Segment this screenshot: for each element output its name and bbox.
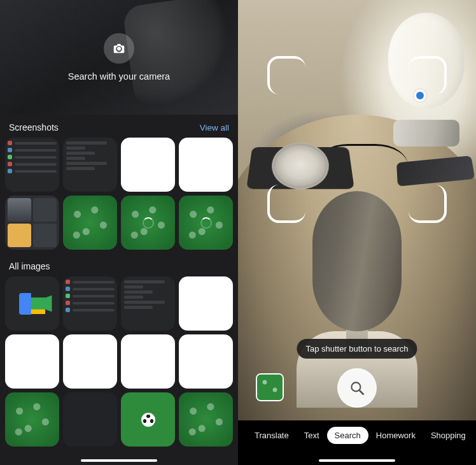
google-meet-icon	[19, 293, 46, 315]
loading-spinner-icon	[143, 217, 154, 229]
screenshot-thumb[interactable]	[5, 138, 59, 192]
image-thumb[interactable]	[121, 392, 175, 447]
screenshot-thumb[interactable]	[121, 196, 175, 250]
detection-dot-icon[interactable]	[414, 89, 426, 102]
mode-homework[interactable]: Homework	[368, 427, 423, 444]
loading-spinner-icon	[200, 217, 212, 229]
search-icon	[349, 380, 365, 396]
all-images-title: All images	[9, 261, 50, 271]
mode-search[interactable]: Search	[327, 427, 368, 444]
focus-frame-corner	[267, 56, 305, 94]
focus-frame-corner	[267, 185, 305, 223]
view-all-link[interactable]: View all	[200, 123, 229, 132]
scene-charger-pad	[246, 147, 354, 189]
image-thumb[interactable]	[5, 334, 59, 389]
screenshot-thumb[interactable]	[5, 196, 59, 250]
focus-frame-corner	[409, 56, 447, 94]
mode-translate[interactable]: Translate	[247, 427, 297, 444]
mode-selector: Translate Text Search Homework Shopping	[238, 420, 476, 450]
lens-gallery-panel: Search with your camera Screenshots View…	[0, 0, 238, 465]
image-thumb[interactable]	[179, 334, 233, 389]
image-thumb[interactable]	[5, 392, 59, 447]
image-thumb[interactable]	[179, 392, 233, 447]
screenshot-thumb[interactable]	[179, 138, 233, 192]
image-thumb[interactable]	[121, 334, 175, 389]
svg-line-1	[360, 390, 363, 394]
focus-frame-corner	[409, 185, 447, 223]
search-with-camera-hero[interactable]: Search with your camera	[0, 0, 238, 115]
screenshot-thumb[interactable]	[63, 138, 117, 192]
screenshot-thumb[interactable]	[179, 196, 233, 250]
gallery-button[interactable]	[256, 373, 284, 401]
camera-icon	[104, 33, 134, 64]
image-thumb[interactable]	[121, 276, 175, 331]
lens-camera-panel: Tap shutter button to search Translate T…	[238, 0, 476, 465]
image-thumb[interactable]	[63, 392, 117, 447]
screenshots-header-row: Screenshots View all	[0, 115, 238, 138]
all-images-header-row: All images	[0, 250, 238, 276]
hint-tooltip: Tap shutter button to search	[297, 339, 417, 359]
screenshot-thumb[interactable]	[121, 138, 175, 192]
home-indicator[interactable]	[319, 459, 395, 462]
screenshots-title: Screenshots	[9, 122, 59, 132]
hero-label: Search with your camera	[68, 71, 170, 82]
home-indicator[interactable]	[81, 459, 157, 462]
mode-shopping[interactable]: Shopping	[423, 427, 473, 444]
mode-text[interactable]: Text	[297, 427, 327, 444]
image-thumb[interactable]	[5, 276, 59, 331]
all-images-grid	[0, 276, 238, 447]
screenshots-grid	[0, 138, 238, 250]
shutter-button[interactable]	[337, 368, 377, 408]
screenshot-thumb[interactable]	[63, 196, 117, 250]
image-thumb[interactable]	[63, 334, 117, 389]
image-thumb[interactable]	[63, 276, 117, 331]
image-thumb[interactable]	[179, 276, 233, 331]
